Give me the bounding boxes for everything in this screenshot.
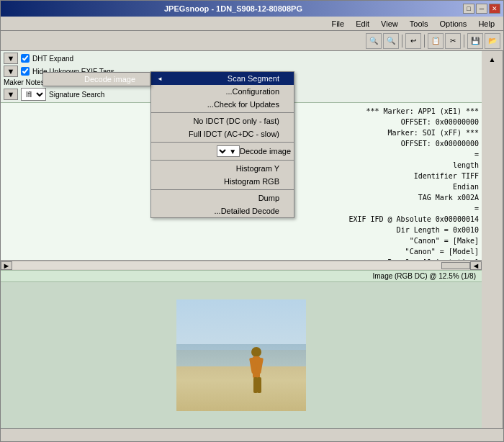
hide-unknown-checkbox[interactable] (21, 67, 30, 76)
menu-file[interactable]: File (325, 18, 350, 30)
menu-tools[interactable]: Tools (404, 18, 434, 30)
undo-button[interactable]: ↩ (405, 33, 421, 49)
dropdown-item-scan-segment[interactable]: Scan Segment ◄ Decode image (151, 72, 294, 85)
dropdown-item-histogram-y[interactable]: Histogram Y (151, 162, 294, 175)
left-scroll-panel: ▲ (482, 51, 503, 428)
scroll-track-h[interactable] (12, 262, 470, 269)
main-window: ✕ ─ □ JPEGsnoop - 1DN_S908-12-80808PG He… (0, 0, 504, 442)
text-line-12: [Make] = "Canon" (4, 235, 479, 246)
scroll-left-btn[interactable]: ◄ (470, 261, 482, 270)
dropdown-sep-4 (151, 189, 294, 190)
signature-search-select[interactable]: IfI (21, 88, 46, 101)
dropdown-item-detailed-decode[interactable]: Detailed Decode... (151, 204, 294, 217)
maximize-button[interactable]: □ (463, 4, 474, 14)
image-area (1, 282, 482, 428)
minimize-button[interactable]: ─ (476, 4, 487, 14)
dht-expand-dropdown[interactable]: ▼ (4, 53, 18, 64)
horizontal-scrollbar[interactable]: ◄ ► (1, 260, 482, 270)
dropdown-sep-3 (151, 160, 294, 161)
scroll-right-btn[interactable]: ► (1, 261, 12, 270)
open-button[interactable]: 📂 (485, 33, 500, 49)
main-panel: DHT Expand ▼ Hide Unknown EXIF Tags ▼ Ma… (1, 51, 482, 428)
dropdown-decode-image-row: Decode image ▼ (151, 144, 294, 158)
scroll-thumb-h[interactable] (441, 262, 470, 269)
close-button[interactable]: ✕ (489, 4, 500, 14)
text-line-11: Dir Length = 0x0010 (4, 225, 479, 235)
title-bar: ✕ ─ □ JPEGsnoop - 1DN_S908-12-80808PG (1, 1, 503, 17)
cut-button[interactable]: ✂ (445, 33, 461, 49)
menu-options[interactable]: Options (433, 18, 472, 30)
sub-menu: Decode image (42, 72, 150, 86)
dht-expand-checkbox[interactable] (21, 54, 30, 63)
scroll-up-arrow[interactable]: ▲ (487, 54, 498, 65)
dropdown-sep-2 (151, 142, 294, 143)
decode-image-label: Decode image (240, 147, 291, 155)
menu-help[interactable]: Help (472, 18, 500, 30)
toolbar-separator-2 (424, 35, 425, 48)
dht-expand-label: DHT Expand (32, 55, 73, 63)
dropdown-item-config[interactable]: Configuration... (151, 85, 294, 98)
sub-menu-arrow: ◄ (157, 76, 163, 82)
menu-view[interactable]: View (375, 18, 404, 30)
menu-edit[interactable]: Edit (350, 18, 375, 30)
signature-search-label: Signature Search (49, 91, 104, 99)
image-title: Image (RGB DC) @ 12.5% (1/8) (1, 271, 482, 282)
scan-segment-label: Scan Segment (228, 74, 279, 83)
image-thumbnail (176, 299, 306, 411)
window-controls: ✕ ─ □ (463, 4, 500, 14)
svg-point-0 (251, 347, 261, 357)
dropdown-item-check-updates[interactable]: Check for Updates... (151, 98, 294, 111)
menu-bar: Help Options Tools View Edit File (1, 17, 503, 31)
hide-unknown-dropdown[interactable]: ▼ (4, 66, 18, 77)
bottom-panel: Image (RGB DC) @ 12.5% (1/8) (1, 270, 482, 428)
dropdown-sep-1 (151, 112, 294, 113)
dropdown-item-no-idct[interactable]: No IDCT (DC only - fast) (151, 114, 294, 127)
search-button[interactable]: 🔍 (383, 33, 399, 49)
content-area: ▲ DHT Expand ▼ Hide Unknown EXIF Tags ▼ … (1, 51, 503, 428)
dht-expand-row: DHT Expand ▼ (4, 53, 479, 64)
sub-item-decode[interactable]: Decode image (43, 73, 150, 86)
dropdown-item-dump[interactable]: Dump (151, 191, 294, 204)
dropdown-item-full-idct[interactable]: Full IDCT (AC+DC - slow) (151, 127, 294, 140)
paste-button[interactable]: 📋 (428, 33, 444, 49)
status-bar (1, 428, 503, 441)
window-title: JPEGsnoop - 1DN_S908-12-80808PG (4, 4, 463, 13)
toolbar-separator-1 (464, 35, 464, 48)
decode-image-select[interactable]: ▼ (217, 145, 240, 157)
toolbar: 📂 💾 ✂ 📋 ↩ 🔍 🔍 (1, 31, 503, 51)
toolbar-separator-3 (402, 35, 402, 48)
person-silhouette (246, 346, 266, 400)
svg-rect-5 (257, 377, 261, 393)
text-line-13: [Model] = "Canon" (4, 246, 479, 257)
water-area (176, 344, 306, 366)
dropdown-item-histogram-rgb[interactable]: Histogram RGB (151, 175, 294, 188)
save-button[interactable]: 💾 (467, 33, 483, 49)
zoom-button[interactable]: 🔍 (366, 33, 382, 49)
maker-notes-label: Maker Notes (4, 78, 45, 86)
dropdown-menu: Scan Segment ◄ Decode image Configuratio… (150, 71, 294, 218)
signature-dropdown[interactable]: ▼ (4, 89, 18, 100)
